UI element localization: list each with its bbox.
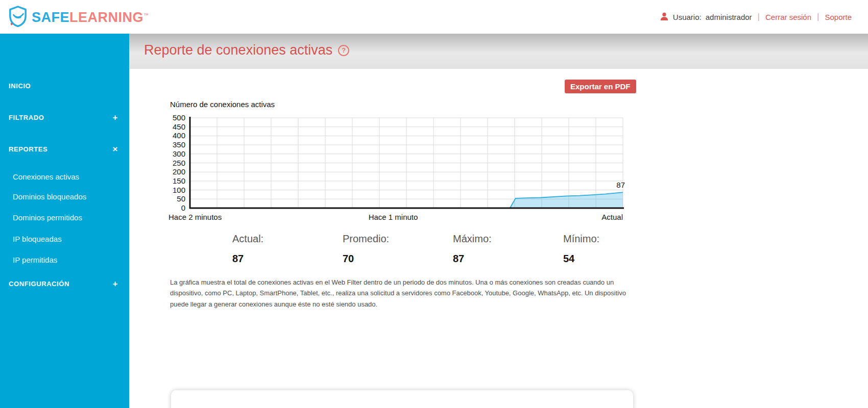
svg-text:350: 350 [173, 140, 185, 149]
chart-title: Número de conexiones activas [170, 100, 275, 109]
page-title-text: Reporte de conexiones activas [144, 42, 332, 58]
svg-text:87: 87 [616, 181, 625, 189]
stat-label: Mínimo: [563, 233, 673, 245]
expand-plus-icon[interactable]: + [112, 112, 118, 123]
separator: | [815, 12, 821, 22]
svg-text:50: 50 [177, 194, 185, 203]
sidebar-item-inicio[interactable]: INICIO [0, 81, 129, 92]
logo-tm: ™ [143, 12, 149, 18]
svg-text:Actual: Actual [601, 213, 623, 221]
svg-text:0: 0 [181, 203, 185, 212]
svg-text:Hace 1 minuto: Hace 1 minuto [369, 213, 418, 221]
stat-label: Actual: [232, 233, 343, 245]
svg-text:400: 400 [173, 131, 185, 140]
collapse-x-icon[interactable]: × [112, 144, 118, 155]
sidebar-item-label: INICIO [9, 82, 31, 90]
svg-text:300: 300 [173, 149, 185, 158]
stat-value: 54 [563, 253, 673, 265]
sidebar-item-label: REPORTES [9, 145, 47, 153]
sidebar-item-configuracion[interactable]: CONFIGURACIÓN + [0, 278, 129, 290]
sidebar-item-filtrado[interactable]: FILTRADO + [0, 112, 129, 123]
svg-text:200: 200 [173, 167, 185, 176]
export-pdf-button[interactable]: Exportar en PDF [565, 80, 636, 93]
stat-actual: Actual: 87 [232, 233, 343, 265]
user-area: Usuario: administrador | Cerrar sesión |… [660, 0, 852, 34]
logo[interactable]: SAFELEARNING™ [8, 6, 149, 29]
connections-chart: 050100150200250300350400450500Hace 2 min… [153, 111, 638, 224]
stat-value: 70 [343, 253, 453, 265]
support-link[interactable]: Soporte [825, 13, 852, 21]
topbar: SAFELEARNING™ Usuario: administrador | C… [0, 0, 868, 34]
logo-learning: LEARNING [69, 10, 143, 25]
sidebar-item-label: CONFIGURACIÓN [9, 280, 69, 288]
stat-value: 87 [232, 253, 343, 265]
page-header-band: Reporte de conexiones activas ? [129, 34, 868, 69]
logout-link[interactable]: Cerrar sesión [765, 13, 811, 21]
expand-plus-icon[interactable]: + [112, 278, 118, 290]
help-icon[interactable]: ? [338, 45, 349, 56]
stat-label: Promedio: [343, 233, 453, 245]
user-icon [660, 12, 669, 22]
svg-text:250: 250 [173, 159, 185, 167]
sidebar-item-dominios-permitidos[interactable]: Dominios permitidos [0, 212, 129, 223]
stats-row: Actual: 87 Promedio: 70 Máximo: 87 Mínim… [232, 233, 682, 265]
stat-label: Máximo: [453, 233, 563, 245]
svg-text:450: 450 [173, 122, 185, 131]
sidebar-item-reportes[interactable]: REPORTES × [0, 144, 129, 155]
sidebar-item-ip-permitidas[interactable]: IP permitidas [0, 254, 129, 266]
user-label: Usuario: [673, 13, 702, 21]
sidebar-item-ip-bloqueadas[interactable]: IP bloqueadas [0, 234, 129, 245]
shield-logo-icon [8, 6, 28, 29]
svg-text:150: 150 [173, 176, 185, 185]
app-root: SAFELEARNING™ Usuario: administrador | C… [0, 0, 868, 408]
sidebar-item-dominios-bloqueados[interactable]: Dominios bloqueados [0, 191, 129, 202]
sidebar: INICIO FILTRADO + REPORTES × Conexiones … [0, 34, 129, 408]
svg-text:500: 500 [173, 113, 185, 122]
page-title: Reporte de conexiones activas ? [144, 42, 349, 58]
stat-minimo: Mínimo: 54 [563, 233, 673, 265]
stat-value: 87 [453, 253, 563, 265]
logo-safe: SAFE [32, 10, 69, 25]
stat-promedio: Promedio: 70 [343, 233, 453, 265]
stat-maximo: Máximo: 87 [453, 233, 563, 265]
user-name: administrador [706, 13, 752, 21]
sidebar-item-label: FILTRADO [9, 114, 44, 121]
logo-wordmark: SAFELEARNING™ [32, 10, 149, 26]
svg-text:100: 100 [173, 186, 185, 194]
sidebar-item-conexiones-activas[interactable]: Conexiones activas [0, 171, 129, 183]
chart-description: La gráfica muestra el total de conexione… [170, 277, 635, 310]
bottom-card [171, 390, 633, 408]
separator: | [756, 12, 761, 22]
svg-text:Hace 2 minutos: Hace 2 minutos [168, 213, 222, 221]
